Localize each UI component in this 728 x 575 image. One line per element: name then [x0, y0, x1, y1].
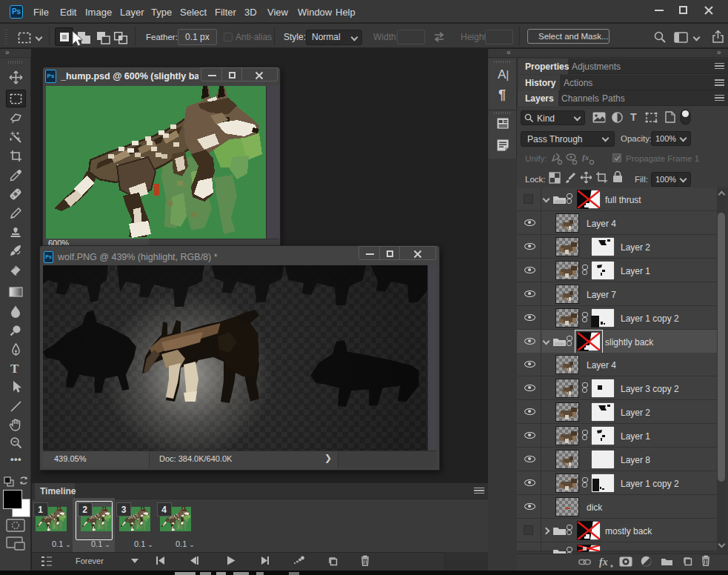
svg-text:fx: fx — [599, 556, 608, 568]
svg-text:fx: fx — [582, 153, 590, 162]
